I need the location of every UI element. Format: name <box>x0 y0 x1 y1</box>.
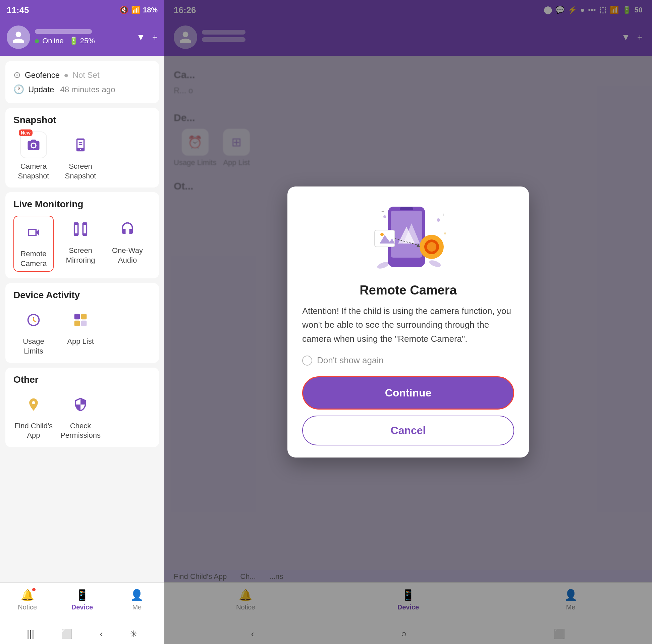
modal-body: Attention! If the child is using the cam… <box>302 304 514 346</box>
app-list-label: App List <box>67 337 94 347</box>
add-icon-left[interactable]: + <box>152 32 158 43</box>
header-info-left: Online 🔋 25% <box>35 29 132 45</box>
status-bar-left: 11:45 🔇 📶 18% <box>0 0 164 20</box>
avatar-left <box>7 26 30 49</box>
check-permissions-item[interactable]: Check Permissions <box>60 391 101 440</box>
sys-back-icon[interactable]: ‹ <box>100 628 103 639</box>
camera-snapshot-icon-box: New <box>20 132 47 158</box>
nav-me-left[interactable]: 👤 Me <box>110 586 164 614</box>
remote-camera-modal: + + Remote Camera Attention! If the chil… <box>288 187 529 458</box>
device-label-left: Device <box>72 603 93 611</box>
modal-title: Remote Camera <box>359 283 457 297</box>
modal-illustration: + + <box>364 200 452 274</box>
nav-device-left[interactable]: 📱 Device <box>55 586 109 614</box>
header-actions-left: ▼ + <box>136 32 158 43</box>
screen-mirroring-icon-box <box>67 216 94 242</box>
app-list-icon-box <box>67 306 94 333</box>
sys-home-icon[interactable]: ⬜ <box>61 628 73 640</box>
dont-show-radio[interactable] <box>302 355 312 366</box>
geofence-row: ⊙ Geofence ● Not Set <box>13 68 151 82</box>
remote-camera-icon-box <box>20 219 47 246</box>
device-icon-left: 📱 <box>76 589 89 601</box>
update-icon: 🕐 <box>13 84 24 95</box>
svg-point-20 <box>444 233 446 235</box>
svg-point-12 <box>427 242 436 251</box>
notice-label-left: Notice <box>18 603 37 611</box>
svg-rect-0 <box>75 314 80 320</box>
svg-rect-2 <box>75 321 80 326</box>
screen-snapshot-label: Screen Snapshot <box>60 162 101 181</box>
device-activity-section: Device Activity Usage Limits App List <box>5 283 159 363</box>
modal-checkbox-row: Don't show again <box>302 355 514 366</box>
screen-mirroring-label: Screen Mirroring <box>60 246 101 265</box>
svg-point-18 <box>383 215 386 218</box>
bottom-nav-left: 🔔 Notice 📱 Device 👤 Me <box>0 582 164 624</box>
device-activity-grid: Usage Limits App List <box>13 306 151 356</box>
screen-snapshot-icon-box <box>67 132 94 158</box>
continue-button[interactable]: Continue <box>302 376 514 409</box>
info-card: ⊙ Geofence ● Not Set 🕐 Update 48 minutes… <box>5 61 159 103</box>
time-left: 11:45 <box>7 5 29 16</box>
usage-limits-item[interactable]: Usage Limits <box>13 306 54 356</box>
camera-snapshot-item[interactable]: New Camera Snapshot <box>13 132 54 181</box>
right-phone: 16:26 ⬤ 💬 ⚡ ● ••• ⬚ 📶 🔋 50 ▼ + Ca... R..… <box>164 0 652 644</box>
device-activity-title: Device Activity <box>13 290 151 300</box>
name-bar <box>35 29 92 34</box>
screen-mirroring-item[interactable]: Screen Mirroring <box>60 216 101 272</box>
header-left: Online 🔋 25% ▼ + <box>0 20 164 56</box>
check-permissions-icon-box <box>67 391 94 418</box>
svg-rect-3 <box>81 321 87 326</box>
notice-icon-left: 🔔 <box>21 589 34 601</box>
wifi-icon: 📶 <box>131 6 140 15</box>
dont-show-label: Don't show again <box>317 355 384 366</box>
find-childs-app-label: Find Child's App <box>13 421 54 440</box>
one-way-audio-icon-box <box>114 216 141 242</box>
live-monitoring-section: Live Monitoring Remote Camera Screen Mir… <box>5 192 159 278</box>
content-left: ⊙ Geofence ● Not Set 🕐 Update 48 minutes… <box>0 56 164 582</box>
sys-menu-icon[interactable]: ||| <box>27 628 34 639</box>
header-status: Online 🔋 25% <box>35 36 132 45</box>
modal-overlay: + + Remote Camera Attention! If the chil… <box>164 0 652 644</box>
snapshot-section: Snapshot New Camera Snapshot Screen Snap… <box>5 108 159 188</box>
svg-text:+: + <box>442 212 445 218</box>
mute-icon: 🔇 <box>119 6 129 15</box>
usage-limits-icon-box <box>20 306 47 333</box>
me-icon-left: 👤 <box>130 589 143 601</box>
new-badge: New <box>19 130 32 136</box>
online-dot <box>35 39 39 43</box>
geofence-icon: ⊙ <box>13 70 21 80</box>
me-label-left: Me <box>132 603 141 611</box>
other-section: Other Find Child's App Check Permissions <box>5 368 159 447</box>
usage-limits-label: Usage Limits <box>13 337 54 356</box>
online-indicator: Online <box>35 36 64 45</box>
svg-point-24 <box>428 259 441 268</box>
app-list-item[interactable]: App List <box>60 306 101 356</box>
other-title: Other <box>13 374 151 385</box>
sys-assistant-icon[interactable]: ✳ <box>130 628 137 640</box>
svg-rect-1 <box>81 314 87 320</box>
status-icons-left: 🔇 📶 18% <box>119 6 158 15</box>
snapshot-grid: New Camera Snapshot Screen Snapshot <box>13 132 151 181</box>
find-childs-app-icon-box <box>20 391 47 418</box>
remote-camera-label: Remote Camera <box>17 249 50 268</box>
battery-label: 🔋 25% <box>69 36 95 45</box>
notif-dot <box>32 588 35 591</box>
find-childs-app-item[interactable]: Find Child's App <box>13 391 54 440</box>
svg-rect-6 <box>400 207 413 210</box>
dropdown-icon-left[interactable]: ▼ <box>136 32 145 43</box>
left-phone: 11:45 🔇 📶 18% Online 🔋 25% ▼ <box>0 0 164 644</box>
live-monitoring-grid: Remote Camera Screen Mirroring One-Way A… <box>13 216 151 272</box>
one-way-audio-item[interactable]: One-Way Audio <box>107 216 147 272</box>
nav-notice-left[interactable]: 🔔 Notice <box>0 586 55 614</box>
cancel-button[interactable]: Cancel <box>302 415 514 446</box>
camera-snapshot-label: Camera Snapshot <box>13 162 54 181</box>
remote-camera-item[interactable]: Remote Camera <box>13 216 54 272</box>
svg-point-19 <box>437 218 440 222</box>
svg-point-15 <box>380 233 384 236</box>
snapshot-title: Snapshot <box>13 115 151 126</box>
svg-point-23 <box>376 261 389 270</box>
one-way-audio-label: One-Way Audio <box>107 246 147 265</box>
other-grid: Find Child's App Check Permissions <box>13 391 151 440</box>
screen-snapshot-item[interactable]: Screen Snapshot <box>60 132 101 181</box>
online-label: Online <box>42 36 64 45</box>
